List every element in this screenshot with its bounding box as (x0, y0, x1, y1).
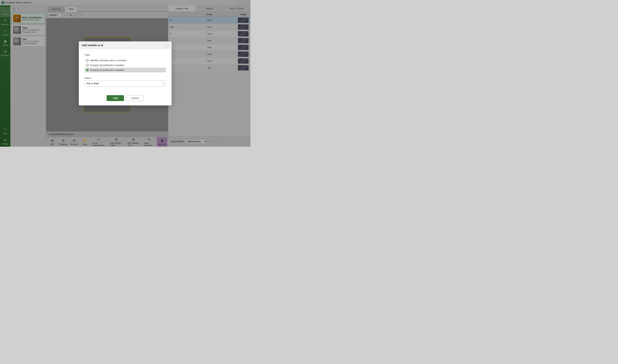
dialog-actions: Add Cancel (79, 95, 171, 105)
cancel-button[interactable]: Cancel (126, 95, 144, 101)
name-label: Name: (85, 77, 166, 79)
radio-circle-category (86, 69, 89, 71)
dialog-body: Type: Identifier (Sample name or number)… (79, 49, 171, 95)
radio-label-category: Category (Classification variable) (90, 69, 124, 71)
name-clear-button[interactable]: × (161, 81, 166, 86)
type-section: Type: Identifier (Sample name or number)… (85, 53, 166, 72)
dialog-titlebar: Add Variable or Id × (79, 41, 171, 49)
radio-circle-identifier (86, 59, 89, 62)
dialog-title: Add Variable or Id (82, 44, 103, 47)
dialog-close-button[interactable]: × (165, 43, 169, 47)
dialog-overlay: Add Variable or Id × Type: Identifier (S… (0, 0, 250, 147)
name-input[interactable] (85, 81, 161, 86)
name-section: Name: × (85, 77, 166, 87)
radio-category[interactable]: Category (Classification variable) (85, 68, 166, 72)
radio-identifier[interactable]: Identifier (Sample name or number) (85, 58, 166, 63)
radio-label-identifier: Identifier (Sample name or number) (90, 59, 127, 62)
radio-circle-property (86, 64, 89, 66)
type-label: Type: (85, 53, 166, 56)
dialog: Add Variable or Id × Type: Identifier (S… (79, 41, 172, 105)
name-input-container: × (85, 80, 166, 87)
radio-label-property: Property (Quantification variable) (90, 64, 124, 66)
radio-property[interactable]: Property (Quantification variable) (85, 63, 166, 68)
add-confirm-button[interactable]: Add (107, 95, 124, 101)
